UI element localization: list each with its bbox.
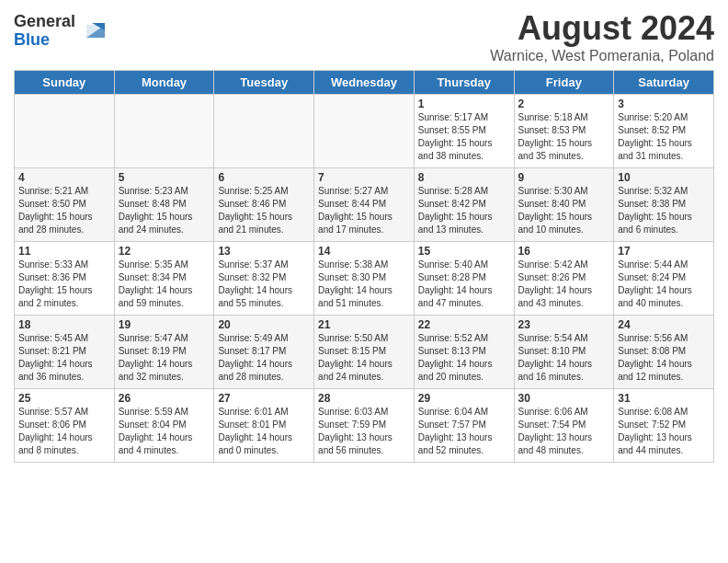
- calendar-week-row: 11Sunrise: 5:33 AM Sunset: 8:36 PM Dayli…: [15, 242, 714, 316]
- calendar-cell: 15Sunrise: 5:40 AM Sunset: 8:28 PM Dayli…: [414, 242, 514, 316]
- calendar-cell: 5Sunrise: 5:23 AM Sunset: 8:48 PM Daylig…: [114, 168, 214, 242]
- day-number: 6: [218, 171, 310, 184]
- calendar-cell: 17Sunrise: 5:44 AM Sunset: 8:24 PM Dayli…: [614, 242, 714, 316]
- logo-icon: [79, 17, 107, 45]
- day-number: 15: [418, 245, 510, 258]
- calendar-cell: 4Sunrise: 5:21 AM Sunset: 8:50 PM Daylig…: [15, 168, 115, 242]
- calendar-cell: 8Sunrise: 5:28 AM Sunset: 8:42 PM Daylig…: [414, 168, 514, 242]
- day-number: 19: [119, 318, 210, 331]
- day-info: Sunrise: 5:27 AM Sunset: 8:44 PM Dayligh…: [318, 185, 410, 236]
- header: General Blue August 2024 Warnice, West P…: [14, 9, 714, 64]
- day-info: Sunrise: 5:52 AM Sunset: 8:13 PM Dayligh…: [418, 332, 510, 384]
- day-number: 23: [518, 318, 610, 331]
- day-info: Sunrise: 5:40 AM Sunset: 8:28 PM Dayligh…: [418, 259, 510, 310]
- calendar-cell: 6Sunrise: 5:25 AM Sunset: 8:46 PM Daylig…: [214, 168, 314, 242]
- logo-blue-text: Blue: [14, 31, 75, 50]
- weekday-header: Sunday: [15, 71, 115, 95]
- calendar-cell: 29Sunrise: 6:04 AM Sunset: 7:57 PM Dayli…: [414, 389, 514, 463]
- calendar-cell: 20Sunrise: 5:49 AM Sunset: 8:17 PM Dayli…: [214, 316, 314, 389]
- day-number: 7: [318, 171, 410, 184]
- day-number: 5: [119, 171, 210, 184]
- day-info: Sunrise: 5:45 AM Sunset: 8:21 PM Dayligh…: [18, 332, 110, 384]
- day-info: Sunrise: 6:08 AM Sunset: 7:52 PM Dayligh…: [618, 406, 710, 457]
- day-info: Sunrise: 5:25 AM Sunset: 8:46 PM Dayligh…: [218, 185, 310, 236]
- day-number: 14: [318, 245, 410, 258]
- calendar-cell: 25Sunrise: 5:57 AM Sunset: 8:06 PM Dayli…: [15, 389, 115, 463]
- calendar-cell: [314, 95, 415, 168]
- day-number: 4: [18, 171, 110, 184]
- day-number: 25: [18, 392, 110, 405]
- day-info: Sunrise: 5:44 AM Sunset: 8:24 PM Dayligh…: [618, 259, 710, 310]
- day-number: 1: [418, 98, 510, 110]
- day-number: 24: [618, 318, 710, 331]
- day-info: Sunrise: 5:35 AM Sunset: 8:34 PM Dayligh…: [119, 259, 210, 310]
- day-info: Sunrise: 5:33 AM Sunset: 8:36 PM Dayligh…: [18, 259, 110, 310]
- header-row: SundayMondayTuesdayWednesdayThursdayFrid…: [15, 71, 714, 95]
- calendar-week-row: 25Sunrise: 5:57 AM Sunset: 8:06 PM Dayli…: [15, 389, 714, 463]
- day-info: Sunrise: 5:21 AM Sunset: 8:50 PM Dayligh…: [18, 185, 110, 236]
- calendar-cell: 26Sunrise: 5:59 AM Sunset: 8:04 PM Dayli…: [114, 389, 214, 463]
- calendar-table: SundayMondayTuesdayWednesdayThursdayFrid…: [14, 70, 714, 463]
- day-number: 18: [18, 318, 110, 331]
- day-info: Sunrise: 5:47 AM Sunset: 8:19 PM Dayligh…: [119, 332, 210, 384]
- calendar-cell: 24Sunrise: 5:56 AM Sunset: 8:08 PM Dayli…: [614, 316, 714, 389]
- day-number: 20: [218, 318, 310, 331]
- calendar-cell: 7Sunrise: 5:27 AM Sunset: 8:44 PM Daylig…: [314, 168, 415, 242]
- day-info: Sunrise: 5:18 AM Sunset: 8:53 PM Dayligh…: [518, 111, 610, 163]
- calendar-cell: 21Sunrise: 5:50 AM Sunset: 8:15 PM Dayli…: [314, 316, 415, 389]
- weekday-header: Monday: [114, 71, 214, 95]
- day-info: Sunrise: 6:04 AM Sunset: 7:57 PM Dayligh…: [418, 406, 510, 457]
- day-number: 11: [18, 245, 110, 258]
- day-number: 29: [418, 392, 510, 405]
- weekday-header: Tuesday: [214, 71, 314, 95]
- weekday-header: Wednesday: [314, 71, 415, 95]
- day-info: Sunrise: 5:28 AM Sunset: 8:42 PM Dayligh…: [418, 185, 510, 236]
- calendar-cell: 27Sunrise: 6:01 AM Sunset: 8:01 PM Dayli…: [214, 389, 314, 463]
- calendar-cell: 14Sunrise: 5:38 AM Sunset: 8:30 PM Dayli…: [314, 242, 415, 316]
- logo: General Blue: [14, 13, 107, 50]
- day-info: Sunrise: 6:01 AM Sunset: 8:01 PM Dayligh…: [218, 406, 310, 457]
- weekday-header: Saturday: [614, 71, 714, 95]
- day-info: Sunrise: 5:38 AM Sunset: 8:30 PM Dayligh…: [318, 259, 410, 310]
- calendar-week-row: 18Sunrise: 5:45 AM Sunset: 8:21 PM Dayli…: [15, 316, 714, 389]
- calendar-cell: 22Sunrise: 5:52 AM Sunset: 8:13 PM Dayli…: [414, 316, 514, 389]
- calendar-cell: 31Sunrise: 6:08 AM Sunset: 7:52 PM Dayli…: [614, 389, 714, 463]
- weekday-header: Thursday: [414, 71, 514, 95]
- day-info: Sunrise: 5:54 AM Sunset: 8:10 PM Dayligh…: [518, 332, 610, 384]
- day-info: Sunrise: 5:23 AM Sunset: 8:48 PM Dayligh…: [119, 185, 210, 236]
- logo-general-text: General: [14, 13, 75, 31]
- calendar-cell: 30Sunrise: 6:06 AM Sunset: 7:54 PM Dayli…: [514, 389, 614, 463]
- title-area: August 2024 Warnice, West Pomerania, Pol…: [490, 9, 714, 64]
- calendar-cell: 10Sunrise: 5:32 AM Sunset: 8:38 PM Dayli…: [614, 168, 714, 242]
- day-number: 8: [418, 171, 510, 184]
- day-info: Sunrise: 5:20 AM Sunset: 8:52 PM Dayligh…: [618, 111, 710, 163]
- day-number: 2: [518, 98, 610, 110]
- day-info: Sunrise: 5:56 AM Sunset: 8:08 PM Dayligh…: [618, 332, 710, 384]
- calendar-cell: 2Sunrise: 5:18 AM Sunset: 8:53 PM Daylig…: [514, 95, 614, 168]
- day-number: 22: [418, 318, 510, 331]
- calendar-cell: [114, 95, 214, 168]
- day-number: 16: [518, 245, 610, 258]
- day-info: Sunrise: 5:59 AM Sunset: 8:04 PM Dayligh…: [119, 406, 210, 457]
- day-number: 3: [618, 98, 710, 110]
- day-number: 10: [618, 171, 710, 184]
- day-info: Sunrise: 5:32 AM Sunset: 8:38 PM Dayligh…: [618, 185, 710, 236]
- day-number: 17: [618, 245, 710, 258]
- day-number: 12: [119, 245, 210, 258]
- calendar-cell: [15, 95, 115, 168]
- day-number: 26: [119, 392, 210, 405]
- day-number: 28: [318, 392, 410, 405]
- weekday-header: Friday: [514, 71, 614, 95]
- day-number: 13: [218, 245, 310, 258]
- calendar-cell: 9Sunrise: 5:30 AM Sunset: 8:40 PM Daylig…: [514, 168, 614, 242]
- calendar-week-row: 4Sunrise: 5:21 AM Sunset: 8:50 PM Daylig…: [15, 168, 714, 242]
- day-info: Sunrise: 5:30 AM Sunset: 8:40 PM Dayligh…: [518, 185, 610, 236]
- calendar-title: August 2024: [490, 9, 714, 48]
- calendar-cell: 12Sunrise: 5:35 AM Sunset: 8:34 PM Dayli…: [114, 242, 214, 316]
- day-number: 31: [618, 392, 710, 405]
- day-info: Sunrise: 6:03 AM Sunset: 7:59 PM Dayligh…: [318, 406, 410, 457]
- day-info: Sunrise: 5:49 AM Sunset: 8:17 PM Dayligh…: [218, 332, 310, 384]
- day-info: Sunrise: 6:06 AM Sunset: 7:54 PM Dayligh…: [518, 406, 610, 457]
- calendar-cell: 28Sunrise: 6:03 AM Sunset: 7:59 PM Dayli…: [314, 389, 415, 463]
- day-info: Sunrise: 5:42 AM Sunset: 8:26 PM Dayligh…: [518, 259, 610, 310]
